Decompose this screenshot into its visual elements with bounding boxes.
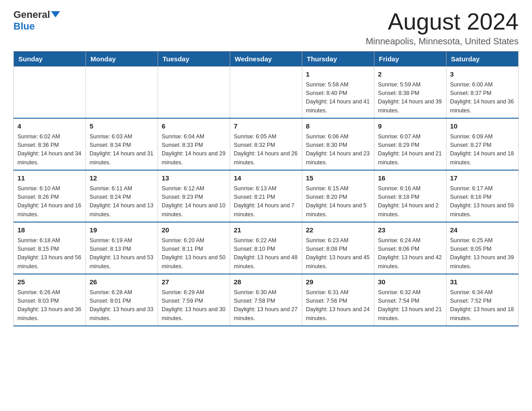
calendar-cell: 2Sunrise: 5:59 AM Sunset: 8:38 PM Daylig… <box>374 67 446 119</box>
day-info: Sunrise: 5:59 AM Sunset: 8:38 PM Dayligh… <box>378 81 442 116</box>
calendar-cell: 31Sunrise: 6:34 AM Sunset: 7:52 PM Dayli… <box>446 274 519 326</box>
day-info: Sunrise: 6:06 AM Sunset: 8:30 PM Dayligh… <box>306 133 370 167</box>
logo-blue-text: Blue <box>13 21 35 32</box>
day-number: 13 <box>162 173 226 184</box>
day-info: Sunrise: 6:04 AM Sunset: 8:33 PM Dayligh… <box>162 133 226 167</box>
calendar-header-row: SundayMondayTuesdayWednesdayThursdayFrid… <box>14 51 519 67</box>
day-number: 9 <box>378 121 442 132</box>
weekday-header-monday: Monday <box>86 51 158 67</box>
calendar-cell: 7Sunrise: 6:05 AM Sunset: 8:32 PM Daylig… <box>230 118 302 170</box>
day-number: 3 <box>450 69 515 80</box>
calendar-cell <box>86 67 158 119</box>
weekday-header-wednesday: Wednesday <box>230 51 302 67</box>
calendar-cell: 17Sunrise: 6:17 AM Sunset: 8:16 PM Dayli… <box>446 170 519 222</box>
day-number: 11 <box>17 173 82 184</box>
calendar-table: SundayMondayTuesdayWednesdayThursdayFrid… <box>13 51 519 326</box>
day-number: 17 <box>450 173 515 184</box>
calendar-cell: 19Sunrise: 6:19 AM Sunset: 8:13 PM Dayli… <box>86 222 158 274</box>
calendar-cell: 26Sunrise: 6:28 AM Sunset: 8:01 PM Dayli… <box>86 274 158 326</box>
weekday-header-tuesday: Tuesday <box>158 51 230 67</box>
month-year-title: August 2024 <box>366 9 519 34</box>
calendar-cell: 18Sunrise: 6:18 AM Sunset: 8:15 PM Dayli… <box>14 222 86 274</box>
calendar-week-row: 18Sunrise: 6:18 AM Sunset: 8:15 PM Dayli… <box>14 222 519 274</box>
day-number: 20 <box>162 225 226 235</box>
weekday-header-thursday: Thursday <box>302 51 374 67</box>
calendar-week-row: 11Sunrise: 6:10 AM Sunset: 8:26 PM Dayli… <box>14 170 519 222</box>
calendar-cell: 11Sunrise: 6:10 AM Sunset: 8:26 PM Dayli… <box>14 170 86 222</box>
calendar-week-row: 25Sunrise: 6:26 AM Sunset: 8:03 PM Dayli… <box>14 274 519 326</box>
calendar-cell: 29Sunrise: 6:31 AM Sunset: 7:56 PM Dayli… <box>302 274 374 326</box>
day-info: Sunrise: 6:28 AM Sunset: 8:01 PM Dayligh… <box>90 288 154 323</box>
day-number: 2 <box>378 69 442 80</box>
day-info: Sunrise: 6:24 AM Sunset: 8:06 PM Dayligh… <box>378 236 442 271</box>
day-info: Sunrise: 6:16 AM Sunset: 8:18 PM Dayligh… <box>378 184 442 219</box>
calendar-cell: 28Sunrise: 6:30 AM Sunset: 7:58 PM Dayli… <box>230 274 302 326</box>
page-header: General Blue August 2024 Minneapolis, Mi… <box>13 9 519 47</box>
calendar-cell: 20Sunrise: 6:20 AM Sunset: 8:11 PM Dayli… <box>158 222 230 274</box>
day-number: 22 <box>306 225 370 235</box>
day-number: 23 <box>378 225 442 235</box>
day-number: 25 <box>17 277 82 287</box>
calendar-cell: 9Sunrise: 6:07 AM Sunset: 8:29 PM Daylig… <box>374 118 446 170</box>
day-info: Sunrise: 6:25 AM Sunset: 8:05 PM Dayligh… <box>450 236 515 271</box>
day-number: 15 <box>306 173 370 184</box>
calendar-cell <box>14 67 86 119</box>
calendar-cell: 16Sunrise: 6:16 AM Sunset: 8:18 PM Dayli… <box>374 170 446 222</box>
calendar-cell <box>230 67 302 119</box>
day-info: Sunrise: 6:31 AM Sunset: 7:56 PM Dayligh… <box>306 288 370 323</box>
day-info: Sunrise: 6:19 AM Sunset: 8:13 PM Dayligh… <box>90 236 154 271</box>
logo-triangle-icon <box>51 11 60 17</box>
calendar-cell: 6Sunrise: 6:04 AM Sunset: 8:33 PM Daylig… <box>158 118 230 170</box>
day-number: 8 <box>306 121 370 132</box>
day-info: Sunrise: 6:10 AM Sunset: 8:26 PM Dayligh… <box>17 184 82 219</box>
location-subtitle: Minneapolis, Minnesota, United States <box>366 36 519 47</box>
day-number: 10 <box>450 121 515 132</box>
day-info: Sunrise: 6:07 AM Sunset: 8:29 PM Dayligh… <box>378 133 442 167</box>
day-info: Sunrise: 5:58 AM Sunset: 8:40 PM Dayligh… <box>306 81 370 116</box>
calendar-cell: 4Sunrise: 6:02 AM Sunset: 8:36 PM Daylig… <box>14 118 86 170</box>
day-number: 31 <box>450 277 515 287</box>
day-number: 1 <box>306 69 370 80</box>
day-info: Sunrise: 6:00 AM Sunset: 8:37 PM Dayligh… <box>450 81 515 116</box>
day-number: 4 <box>17 121 82 132</box>
day-info: Sunrise: 6:30 AM Sunset: 7:58 PM Dayligh… <box>234 288 298 323</box>
day-info: Sunrise: 6:11 AM Sunset: 8:24 PM Dayligh… <box>90 184 154 219</box>
calendar-cell: 8Sunrise: 6:06 AM Sunset: 8:30 PM Daylig… <box>302 118 374 170</box>
calendar-cell: 23Sunrise: 6:24 AM Sunset: 8:06 PM Dayli… <box>374 222 446 274</box>
day-number: 30 <box>378 277 442 287</box>
logo: General Blue <box>13 9 60 32</box>
calendar-cell: 15Sunrise: 6:15 AM Sunset: 8:20 PM Dayli… <box>302 170 374 222</box>
day-info: Sunrise: 6:32 AM Sunset: 7:54 PM Dayligh… <box>378 288 442 323</box>
day-number: 24 <box>450 225 515 235</box>
calendar-cell: 1Sunrise: 5:58 AM Sunset: 8:40 PM Daylig… <box>302 67 374 119</box>
day-info: Sunrise: 6:29 AM Sunset: 7:59 PM Dayligh… <box>162 288 226 323</box>
day-info: Sunrise: 6:03 AM Sunset: 8:34 PM Dayligh… <box>90 133 154 167</box>
calendar-cell: 24Sunrise: 6:25 AM Sunset: 8:05 PM Dayli… <box>446 222 519 274</box>
calendar-cell: 21Sunrise: 6:22 AM Sunset: 8:10 PM Dayli… <box>230 222 302 274</box>
day-number: 6 <box>162 121 226 132</box>
day-number: 21 <box>234 225 298 235</box>
day-number: 18 <box>17 225 82 235</box>
day-info: Sunrise: 6:17 AM Sunset: 8:16 PM Dayligh… <box>450 184 515 219</box>
day-number: 12 <box>90 173 154 184</box>
day-number: 27 <box>162 277 226 287</box>
day-info: Sunrise: 6:02 AM Sunset: 8:36 PM Dayligh… <box>17 133 82 167</box>
day-info: Sunrise: 6:09 AM Sunset: 8:27 PM Dayligh… <box>450 133 515 167</box>
day-number: 16 <box>378 173 442 184</box>
day-info: Sunrise: 6:23 AM Sunset: 8:08 PM Dayligh… <box>306 236 370 271</box>
weekday-header-sunday: Sunday <box>14 51 86 67</box>
title-block: August 2024 Minneapolis, Minnesota, Unit… <box>366 9 519 47</box>
calendar-cell: 25Sunrise: 6:26 AM Sunset: 8:03 PM Dayli… <box>14 274 86 326</box>
day-number: 26 <box>90 277 154 287</box>
day-info: Sunrise: 6:13 AM Sunset: 8:21 PM Dayligh… <box>234 184 298 219</box>
calendar-cell: 27Sunrise: 6:29 AM Sunset: 7:59 PM Dayli… <box>158 274 230 326</box>
day-info: Sunrise: 6:34 AM Sunset: 7:52 PM Dayligh… <box>450 288 515 323</box>
day-number: 5 <box>90 121 154 132</box>
day-info: Sunrise: 6:05 AM Sunset: 8:32 PM Dayligh… <box>234 133 298 167</box>
calendar-cell: 5Sunrise: 6:03 AM Sunset: 8:34 PM Daylig… <box>86 118 158 170</box>
calendar-week-row: 1Sunrise: 5:58 AM Sunset: 8:40 PM Daylig… <box>14 67 519 119</box>
day-info: Sunrise: 6:18 AM Sunset: 8:15 PM Dayligh… <box>17 236 82 271</box>
day-info: Sunrise: 6:26 AM Sunset: 8:03 PM Dayligh… <box>17 288 82 323</box>
calendar-cell: 12Sunrise: 6:11 AM Sunset: 8:24 PM Dayli… <box>86 170 158 222</box>
calendar-cell: 22Sunrise: 6:23 AM Sunset: 8:08 PM Dayli… <box>302 222 374 274</box>
